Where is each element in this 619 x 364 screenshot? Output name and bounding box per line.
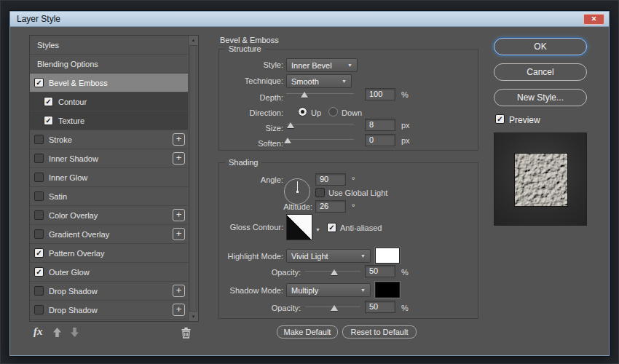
- sidebar-item-label: Inner Shadow: [49, 154, 98, 163]
- sidebar-item-satin[interactable]: Satin: [30, 187, 188, 206]
- drop-shadow-2-checkbox[interactable]: [34, 305, 44, 314]
- style-dropdown[interactable]: Inner Bevel ▼: [286, 58, 358, 72]
- soften-slider[interactable]: [286, 135, 354, 145]
- ok-button[interactable]: OK: [494, 38, 587, 55]
- sidebar-item-stroke[interactable]: Stroke +: [30, 130, 188, 149]
- sidebar-item-color-overlay[interactable]: Color Overlay +: [30, 206, 188, 225]
- trash-icon[interactable]: [181, 327, 192, 339]
- close-button[interactable]: ✕: [583, 14, 604, 25]
- size-slider[interactable]: [286, 119, 354, 130]
- shadow-color-swatch[interactable]: [375, 282, 400, 298]
- sidebar-item-blending-options[interactable]: Blending Options: [30, 55, 188, 74]
- sidebar-item-pattern-overlay[interactable]: ✓ Pattern Overlay: [30, 244, 188, 263]
- dropdown-arrow-icon: ▼: [337, 79, 347, 84]
- drop-shadow-1-checkbox[interactable]: [34, 286, 44, 296]
- fx-icon[interactable]: fx: [33, 325, 43, 338]
- inner-shadow-checkbox[interactable]: [34, 154, 44, 163]
- highlight-mode-dropdown[interactable]: Vivid Light ▼: [286, 249, 371, 263]
- sidebar-item-label: Blending Options: [37, 60, 98, 68]
- direction-up-radio[interactable]: [298, 107, 307, 116]
- reset-to-default-button[interactable]: Reset to Default: [342, 325, 417, 339]
- add-stroke-button[interactable]: +: [173, 133, 185, 146]
- sidebar-item-inner-glow[interactable]: Inner Glow: [30, 168, 188, 187]
- altitude-input[interactable]: 26: [315, 200, 346, 213]
- soften-input[interactable]: 0: [365, 134, 395, 146]
- inner-glow-checkbox[interactable]: [34, 173, 44, 182]
- window-title: Layer Style: [17, 14, 60, 24]
- texture-checkbox[interactable]: ✓: [44, 116, 53, 125]
- direction-down-radio[interactable]: [328, 107, 338, 116]
- add-drop-shadow-1-button[interactable]: +: [173, 285, 185, 297]
- depth-unit: %: [401, 90, 409, 99]
- add-gradient-overlay-button[interactable]: +: [173, 228, 185, 240]
- technique-dropdown[interactable]: Smooth ▼: [286, 74, 352, 88]
- add-drop-shadow-2-button[interactable]: +: [173, 304, 185, 316]
- add-inner-shadow-button[interactable]: +: [173, 152, 185, 165]
- preview-checkbox[interactable]: ✓: [495, 114, 505, 124]
- slider-thumb[interactable]: [284, 138, 291, 143]
- highlight-color-swatch[interactable]: [375, 248, 400, 264]
- move-up-icon[interactable]: [52, 327, 62, 338]
- add-color-overlay-button[interactable]: +: [173, 209, 185, 221]
- shadow-opacity-input[interactable]: 50: [365, 301, 395, 313]
- slider-thumb[interactable]: [331, 269, 338, 275]
- sidebar-item-styles[interactable]: Styles: [30, 36, 188, 55]
- gloss-contour-picker[interactable]: [286, 214, 312, 240]
- use-global-light-label: Use Global Light: [328, 189, 387, 198]
- slider-thumb[interactable]: [301, 92, 308, 98]
- sidebar-item-drop-shadow-1[interactable]: Drop Shadow +: [30, 282, 188, 301]
- gradient-overlay-checkbox[interactable]: [34, 229, 44, 239]
- styles-list-panel: Styles Blending Options ✓ Bevel & Emboss…: [29, 35, 199, 322]
- highlight-opacity-input[interactable]: 50: [365, 265, 395, 277]
- color-overlay-checkbox[interactable]: [34, 210, 44, 220]
- direction-label: Direction:: [219, 108, 283, 118]
- move-down-icon[interactable]: [70, 327, 79, 338]
- pattern-overlay-checkbox[interactable]: ✓: [34, 248, 44, 258]
- contour-dropdown-icon[interactable]: ▼: [315, 227, 320, 232]
- structure-legend: Structure: [225, 44, 265, 53]
- sidebar-item-texture[interactable]: ✓ Texture: [30, 111, 188, 130]
- soften-label: Soften:: [219, 139, 283, 149]
- use-global-light-checkbox[interactable]: [315, 188, 325, 197]
- new-style-button[interactable]: New Style...: [494, 89, 587, 106]
- dropdown-arrow-icon: ▼: [356, 288, 366, 293]
- bevel-emboss-checkbox[interactable]: ✓: [34, 78, 44, 87]
- sidebar-item-contour[interactable]: ✓ Contour: [30, 92, 188, 111]
- cancel-button[interactable]: Cancel: [494, 63, 587, 81]
- size-input[interactable]: 8: [365, 119, 395, 131]
- angle-dial[interactable]: [284, 178, 310, 205]
- contour-checkbox[interactable]: ✓: [44, 97, 53, 106]
- sidebar-item-label: Texture: [58, 116, 84, 125]
- highlight-opacity-slider[interactable]: [305, 266, 360, 277]
- slider-thumb[interactable]: [287, 122, 294, 128]
- slider-thumb[interactable]: [331, 305, 338, 311]
- scroll-up-icon[interactable]: ▲: [189, 38, 198, 42]
- satin-checkbox[interactable]: [34, 191, 44, 201]
- scrollbar-thumb[interactable]: [189, 45, 197, 312]
- sidebar-item-outer-glow[interactable]: ✓ Outer Glow: [30, 263, 188, 282]
- angle-dial-center: [296, 191, 299, 193]
- depth-input[interactable]: 100: [365, 88, 395, 100]
- check-icon: ✓: [36, 79, 42, 87]
- angle-dial-needle: [297, 181, 298, 191]
- shadow-mode-dropdown[interactable]: Multiply ▼: [286, 283, 371, 297]
- anti-aliased-checkbox[interactable]: ✓: [327, 223, 336, 232]
- sidebar-item-inner-shadow[interactable]: Inner Shadow +: [30, 149, 188, 168]
- shading-legend: Shading: [225, 158, 261, 167]
- sidebar-item-label: Bevel & Emboss: [49, 79, 108, 87]
- sidebar-scrollbar[interactable]: ▲ ▼: [188, 36, 198, 321]
- sidebar-item-drop-shadow-2[interactable]: Drop Shadow +: [30, 301, 188, 320]
- depth-slider[interactable]: [286, 89, 354, 99]
- angle-input[interactable]: 90: [315, 173, 346, 186]
- slider-track: [286, 124, 354, 124]
- shadow-opacity-slider[interactable]: [305, 302, 360, 312]
- sidebar-item-gradient-overlay[interactable]: Gradient Overlay +: [30, 225, 188, 244]
- scroll-down-icon[interactable]: ▼: [189, 314, 198, 319]
- soften-unit: px: [401, 136, 410, 145]
- make-default-button[interactable]: Make Default: [277, 325, 338, 339]
- titlebar[interactable]: Layer Style ✕: [10, 12, 609, 27]
- stroke-checkbox[interactable]: [34, 135, 44, 144]
- outer-glow-checkbox[interactable]: ✓: [34, 267, 44, 277]
- sidebar-item-bevel-emboss[interactable]: ✓ Bevel & Emboss: [30, 74, 188, 92]
- style-value: Inner Bevel: [291, 61, 332, 70]
